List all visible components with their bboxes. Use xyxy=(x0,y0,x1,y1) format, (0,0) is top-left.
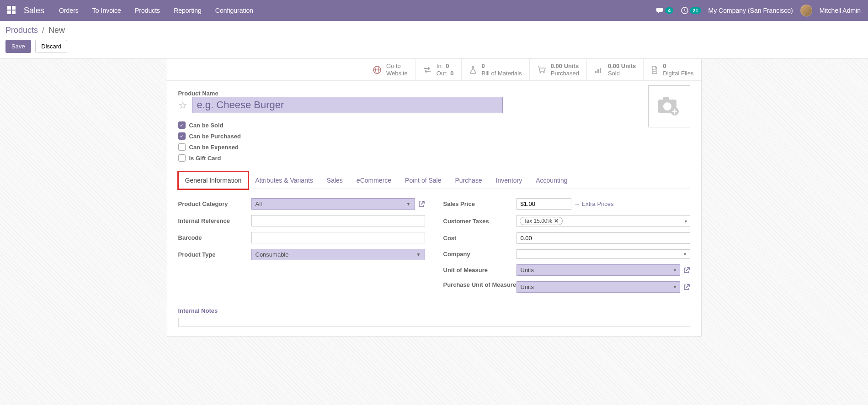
svg-rect-5 xyxy=(595,71,596,73)
product-image-upload[interactable] xyxy=(648,85,690,127)
save-button[interactable]: Save xyxy=(5,40,31,53)
flask-icon xyxy=(469,65,477,74)
svg-point-10 xyxy=(663,102,671,110)
tab-sales[interactable]: Sales xyxy=(320,172,350,189)
messaging-count: 4 xyxy=(665,7,673,14)
puom-external-link-icon[interactable] xyxy=(683,284,690,291)
uom-label: Unit of Measure xyxy=(443,267,517,274)
internal-reference-input[interactable] xyxy=(251,215,425,226)
stat-website-line2: Website xyxy=(386,70,408,77)
tab-general-information[interactable]: General Information xyxy=(178,172,249,189)
tab-inventory[interactable]: Inventory xyxy=(489,172,529,189)
top-nav: Sales Orders To Invoice Products Reporti… xyxy=(0,0,868,21)
messaging-icon[interactable]: 4 xyxy=(656,7,673,14)
tab-pos[interactable]: Point of Sale xyxy=(398,172,448,189)
stat-bom[interactable]: 0 Bill of Materials xyxy=(461,59,529,80)
customer-taxes-input[interactable]: Tax 15.00% ✕ ▾ xyxy=(517,215,690,227)
cost-input[interactable] xyxy=(517,232,690,244)
tax-tag: Tax 15.00% ✕ xyxy=(520,217,563,225)
barcode-input[interactable] xyxy=(251,232,425,243)
company-select[interactable]: ▾ xyxy=(517,249,690,259)
topnav-menu: Orders To Invoice Products Reporting Con… xyxy=(59,7,253,14)
transfer-icon xyxy=(423,66,432,74)
menu-configuration[interactable]: Configuration xyxy=(215,7,253,14)
tax-remove-icon[interactable]: ✕ xyxy=(554,218,559,224)
type-label: Product Type xyxy=(178,251,251,258)
taxes-label: Customer Taxes xyxy=(443,218,517,225)
discard-button[interactable]: Discard xyxy=(35,40,67,53)
ref-label: Internal Reference xyxy=(178,217,251,224)
uom-external-link-icon[interactable] xyxy=(683,267,690,274)
breadcrumb-current: New xyxy=(48,26,65,35)
activities-icon[interactable]: 21 xyxy=(681,6,701,15)
svg-point-3 xyxy=(539,72,541,73)
tab-ecommerce[interactable]: eCommerce xyxy=(350,172,398,189)
file-icon xyxy=(651,65,658,74)
app-brand[interactable]: Sales xyxy=(24,6,44,16)
svg-rect-7 xyxy=(600,68,601,73)
cost-label: Cost xyxy=(443,235,517,242)
company-label: Company xyxy=(443,251,517,258)
svg-point-4 xyxy=(543,72,544,73)
puom-label: Purchase Unit of Measure xyxy=(443,281,517,288)
chevron-down-icon: ▼ xyxy=(406,201,411,206)
chevron-down-icon: ▼ xyxy=(416,252,421,257)
chevron-down-icon: ▾ xyxy=(685,219,687,224)
menu-to-invoice[interactable]: To Invoice xyxy=(92,7,121,14)
menu-reporting[interactable]: Reporting xyxy=(174,7,202,14)
favorite-star-icon[interactable]: ☆ xyxy=(178,100,187,111)
tab-attributes-variants[interactable]: Attributes & Variants xyxy=(248,172,320,189)
breadcrumb: Products / New xyxy=(5,26,863,35)
control-bar: Products / New Save Discard xyxy=(0,21,868,59)
product-name-label: Product Name xyxy=(178,90,648,97)
is-gift-card-checkbox[interactable] xyxy=(178,154,186,162)
internal-notes-input[interactable] xyxy=(178,318,690,327)
menu-orders[interactable]: Orders xyxy=(59,7,79,14)
can-be-sold-checkbox[interactable]: ✓ xyxy=(178,121,186,129)
internal-notes-label: Internal Notes xyxy=(178,307,690,314)
barcode-label: Barcode xyxy=(178,234,251,241)
stat-purchased[interactable]: 0.00 Units Purchased xyxy=(529,59,586,80)
chevron-down-icon: ▾ xyxy=(684,252,686,257)
cart-icon xyxy=(537,66,546,74)
activities-count: 21 xyxy=(690,7,701,14)
bars-icon xyxy=(594,66,603,74)
stat-website-line1: Go to xyxy=(386,63,408,70)
category-select[interactable]: All▼ xyxy=(251,198,415,210)
product-name-input[interactable] xyxy=(192,97,503,113)
company-switcher[interactable]: My Company (San Francisco) xyxy=(708,7,793,14)
stat-inout[interactable]: In: 0 Out: 0 xyxy=(415,59,461,80)
breadcrumb-sep: / xyxy=(42,26,44,35)
chevron-down-icon: ▾ xyxy=(674,268,676,273)
svg-rect-6 xyxy=(597,69,599,73)
user-name[interactable]: Mitchell Admin xyxy=(820,7,861,14)
tab-accounting[interactable]: Accounting xyxy=(529,172,574,189)
breadcrumb-root[interactable]: Products xyxy=(5,26,38,35)
uom-select[interactable]: Units▾ xyxy=(517,264,680,276)
stat-website[interactable]: Go to Website xyxy=(365,59,415,80)
product-type-select[interactable]: Consumable▼ xyxy=(251,249,425,260)
form-panel: Go to Website In: 0 Out: 0 0 Bill of Mat… xyxy=(167,59,702,337)
stat-bar: Go to Website In: 0 Out: 0 0 Bill of Mat… xyxy=(167,59,701,81)
category-external-link-icon[interactable] xyxy=(418,200,425,208)
arrow-right-icon: → xyxy=(574,200,580,207)
menu-products[interactable]: Products xyxy=(135,7,160,14)
tabs: General Information Attributes & Variant… xyxy=(178,172,690,189)
chevron-down-icon: ▾ xyxy=(674,284,676,289)
price-label: Sales Price xyxy=(443,200,517,207)
stat-digital[interactable]: 0 Digital Files xyxy=(643,59,701,80)
extra-prices-link[interactable]: → Extra Prices xyxy=(574,200,614,207)
globe-icon xyxy=(373,65,382,74)
purchase-uom-select[interactable]: Units▾ xyxy=(517,281,680,293)
can-be-expensed-checkbox[interactable] xyxy=(178,143,186,151)
category-label: Product Category xyxy=(178,200,251,207)
stat-sold[interactable]: 0.00 Units Sold xyxy=(586,59,643,80)
sales-price-input[interactable] xyxy=(517,198,571,210)
apps-icon[interactable] xyxy=(7,6,16,15)
svg-rect-9 xyxy=(663,97,669,100)
tab-purchase[interactable]: Purchase xyxy=(448,172,489,189)
can-be-purchased-checkbox[interactable]: ✓ xyxy=(178,132,186,140)
user-avatar[interactable] xyxy=(800,5,812,16)
